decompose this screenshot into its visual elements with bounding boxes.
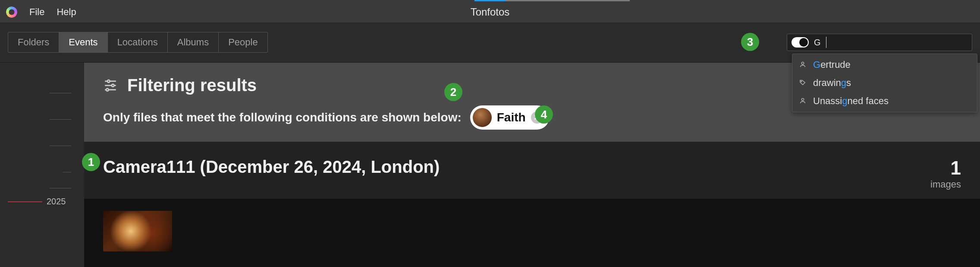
window-title: Tonfotos (471, 6, 510, 18)
search-suggestions: Gertrude drawings Unassigned faces (792, 54, 977, 112)
filter-title: Filtering results (127, 76, 257, 95)
annotation-badge-4: 4 (535, 105, 553, 124)
tab-people[interactable]: People (219, 32, 267, 52)
event-title[interactable]: Camera111 (December 26, 2024, London) (103, 157, 440, 177)
search-value: G (814, 38, 821, 48)
thumbnail-grid (84, 199, 980, 267)
menu-help[interactable]: Help (50, 6, 82, 18)
accent-strip (474, 0, 630, 1)
menu-file[interactable]: File (23, 6, 50, 18)
svg-point-2 (801, 99, 804, 101)
timeline-tick (50, 188, 71, 188)
suggestion-drawings[interactable]: drawings (792, 74, 977, 92)
svg-point-8 (106, 89, 109, 91)
svg-point-1 (801, 81, 802, 82)
search-toggle[interactable] (792, 37, 809, 48)
svg-point-4 (107, 80, 110, 83)
timeline-year-marker[interactable]: 2025 (8, 197, 66, 207)
tab-events[interactable]: Events (59, 32, 107, 52)
annotation-badge-1: 1 (82, 153, 100, 171)
tab-folders[interactable]: Folders (8, 32, 59, 52)
timeline-tick (63, 172, 71, 172)
timeline-tick (50, 93, 71, 93)
tab-albums[interactable]: Albums (168, 32, 219, 52)
suggestion-unassigned-faces[interactable]: Unassigned faces (792, 92, 977, 110)
image-thumbnail[interactable] (103, 211, 172, 251)
tag-icon (799, 77, 807, 89)
timeline-tick (50, 119, 71, 120)
suggestion-gertrude[interactable]: Gertrude (792, 56, 977, 74)
sugg-text: Unassigned faces (813, 95, 889, 107)
timeline-tick (50, 146, 71, 146)
count-label: images (930, 179, 961, 190)
tab-locations[interactable]: Locations (108, 32, 168, 52)
annotation-badge-3: 3 (741, 33, 759, 51)
count-number: 1 (930, 157, 961, 179)
person-icon (799, 95, 807, 107)
image-count: 1 images (930, 157, 961, 190)
text-caret (826, 37, 826, 48)
title-bar: File Help Tonfotos (0, 0, 980, 22)
person-icon (799, 59, 807, 70)
app-logo-icon[interactable] (6, 6, 17, 18)
sliders-icon (103, 77, 118, 94)
svg-point-0 (801, 62, 804, 64)
timeline-sidebar[interactable]: 2025 (0, 63, 84, 267)
chip-label: Faith (497, 111, 526, 124)
event-section-header: Camera111 (December 26, 2024, London) 1 … (84, 142, 980, 199)
sugg-text: Gertrude (813, 59, 851, 70)
filter-condition-text: Only files that meet the following condi… (103, 111, 462, 124)
year-indicator-bar (8, 201, 42, 202)
search-box[interactable]: G (787, 34, 972, 51)
sugg-text: drawings (813, 77, 851, 89)
year-label: 2025 (47, 197, 66, 207)
avatar-icon (473, 108, 492, 127)
view-tabs: Folders Events Locations Albums People (8, 32, 268, 53)
search-area: G (787, 34, 972, 51)
annotation-badge-2: 2 (444, 83, 462, 101)
svg-point-6 (112, 84, 114, 87)
